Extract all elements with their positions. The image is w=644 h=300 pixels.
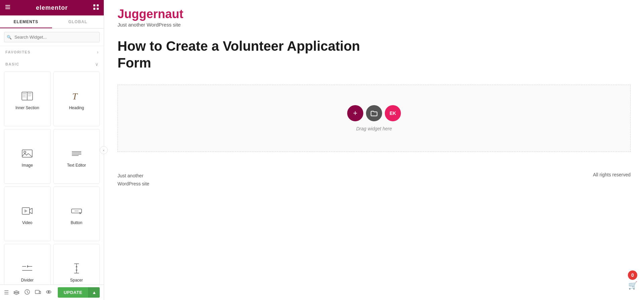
main-canvas: Juggernaut Just another WordPress site H… <box>104 0 644 300</box>
drop-label: Drag widget here <box>356 126 392 131</box>
widget-video[interactable]: Video <box>4 186 51 241</box>
favorites-section[interactable]: FAVORITES › <box>0 46 104 58</box>
svg-rect-4 <box>97 4 99 6</box>
button-icon <box>70 204 83 218</box>
favorites-chevron-icon: › <box>97 49 98 55</box>
update-button-group: UPDATE ▲ <box>58 287 100 298</box>
grid-icon[interactable] <box>93 4 99 12</box>
basic-chevron-icon: ∨ <box>95 61 98 67</box>
basic-section-header[interactable]: BASIC ∨ <box>0 58 104 70</box>
svg-rect-9 <box>22 93 26 94</box>
svg-rect-15 <box>28 96 31 96</box>
image-icon <box>20 147 34 160</box>
svg-rect-11 <box>22 96 26 96</box>
divider-icon <box>20 262 34 275</box>
tab-global[interactable]: GLOBAL <box>52 15 104 28</box>
responsive-icon[interactable] <box>35 289 41 296</box>
svg-rect-14 <box>28 95 32 95</box>
site-tagline: Just another WordPress site <box>118 22 631 28</box>
widget-heading-label: Heading <box>69 105 84 110</box>
layers-icon[interactable] <box>13 289 19 296</box>
widget-inner-section[interactable]: Inner Section <box>4 72 51 126</box>
search-box <box>0 29 104 46</box>
widget-spacer-label: Spacer <box>70 278 83 283</box>
sidebar: elementor ELEMENTS GLOBAL FAVORITES › BA… <box>0 0 104 300</box>
sidebar-header: elementor <box>0 0 104 15</box>
svg-text:T: T <box>72 91 78 101</box>
site-footer: Just another WordPress site All rights r… <box>104 159 644 198</box>
widget-image[interactable]: Image <box>4 129 51 184</box>
favorites-label: FAVORITES <box>5 50 31 54</box>
svg-rect-17 <box>22 150 32 157</box>
svg-rect-6 <box>97 8 99 10</box>
svg-marker-24 <box>25 209 28 213</box>
widget-inner-section-label: Inner Section <box>15 105 39 110</box>
hamburger-icon[interactable] <box>5 4 11 12</box>
heading-icon: T <box>70 89 83 103</box>
footer-icons: ☰ <box>4 289 52 296</box>
basic-label: BASIC <box>5 62 19 66</box>
widget-button[interactable]: Button <box>53 186 100 241</box>
ek-button[interactable]: EK <box>385 105 401 121</box>
footer-rights: All rights reserved <box>593 172 631 177</box>
svg-rect-13 <box>28 93 32 94</box>
svg-rect-10 <box>22 95 26 95</box>
canvas: Juggernaut Just another WordPress site H… <box>104 0 644 300</box>
widget-video-label: Video <box>22 220 32 225</box>
site-title: Juggernaut <box>118 7 631 21</box>
tab-elements[interactable]: ELEMENTS <box>0 15 52 28</box>
cart-count: 0 <box>628 270 637 280</box>
svg-rect-5 <box>93 8 95 10</box>
drop-zone[interactable]: + EK Drag widget here <box>118 85 631 152</box>
widget-text-editor-label: Text Editor <box>67 163 86 168</box>
svg-rect-36 <box>39 291 41 294</box>
sidebar-tabs: ELEMENTS GLOBAL <box>0 15 104 29</box>
svg-point-38 <box>48 291 49 293</box>
spacer-icon <box>70 262 83 275</box>
search-input[interactable] <box>4 32 100 42</box>
widget-divider-label: Divider <box>21 278 34 283</box>
elementor-logo: elementor <box>36 4 68 11</box>
video-icon <box>20 204 34 218</box>
svg-rect-3 <box>93 4 95 6</box>
widget-button-label: Button <box>71 220 82 225</box>
sidebar-footer: ☰ <box>0 285 104 300</box>
drop-buttons: + EK <box>347 105 401 121</box>
post-content: How to Create a Volunteer Application Fo… <box>104 31 644 81</box>
widgets-grid: Inner Section T Heading Image <box>0 70 104 300</box>
widget-heading[interactable]: T Heading <box>53 72 100 126</box>
collapse-sidebar-button[interactable]: ‹ <box>100 146 108 154</box>
site-header: Juggernaut Just another WordPress site <box>104 0 644 31</box>
add-widget-button[interactable]: + <box>347 105 363 121</box>
post-title: How to Create a Volunteer Application Fo… <box>118 38 386 71</box>
widget-image-label: Image <box>22 163 33 168</box>
text-editor-icon <box>70 147 83 160</box>
update-button[interactable]: UPDATE <box>58 287 88 298</box>
eye-icon[interactable] <box>46 289 52 296</box>
cart-badge: 0 🛒 <box>628 270 637 290</box>
inner-section-icon <box>20 89 34 103</box>
svg-point-18 <box>24 151 26 153</box>
footer-tagline: Just another WordPress site <box>118 172 149 188</box>
update-arrow-button[interactable]: ▲ <box>88 287 100 298</box>
cart-icon[interactable]: 🛒 <box>628 281 637 290</box>
history-icon[interactable] <box>24 289 30 296</box>
folder-button[interactable] <box>366 105 382 121</box>
widget-text-editor[interactable]: Text Editor <box>53 129 100 184</box>
svg-rect-12 <box>22 97 26 97</box>
svg-rect-35 <box>35 290 39 294</box>
hamburger-footer-icon[interactable]: ☰ <box>4 289 9 296</box>
